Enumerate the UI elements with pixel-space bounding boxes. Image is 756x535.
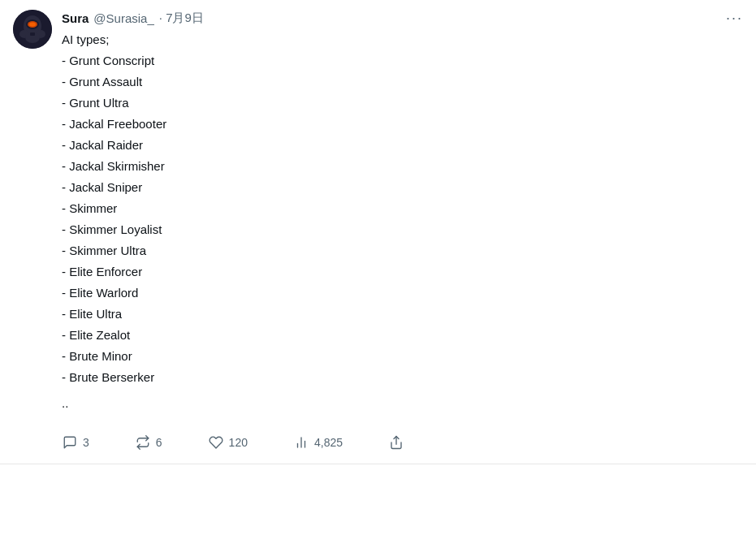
svg-point-4 (29, 23, 36, 27)
ai-item-13: - Elite Zealot (62, 326, 743, 345)
tweet-actions: 3 6 (62, 431, 743, 454)
reply-count: 3 (83, 436, 89, 449)
retweet-icon (135, 434, 151, 451)
ai-item-5: - Jackal Skirmisher (62, 157, 743, 176)
views-icon (293, 434, 309, 451)
like-count: 120 (229, 436, 248, 449)
retweet-count: 6 (156, 436, 162, 449)
ai-item-8: - Skimmer Loyalist (62, 220, 743, 239)
tweet-content: AI types; - Grunt Conscript - Grunt Assa… (62, 30, 743, 415)
ai-item-15: - Brute Berserker (62, 368, 743, 387)
ai-item-9: - Skimmer Ultra (62, 241, 743, 261)
ai-item-16: .. (62, 394, 743, 413)
ai-item-3: - Jackal Freebooter (62, 114, 743, 134)
tweet-intro: AI types; (62, 30, 743, 50)
tweet-header: Sura @Surasia_ · 7月9日 ··· (62, 10, 743, 27)
user-name[interactable]: Sura (62, 11, 89, 25)
retweet-button[interactable]: 6 (135, 431, 169, 454)
ai-item-1: - Grunt Assault (62, 72, 743, 92)
right-column: Sura @Surasia_ · 7月9日 ··· AI types; - Gr… (62, 10, 743, 454)
like-button[interactable]: 120 (208, 431, 254, 454)
user-handle[interactable]: @Surasia_ (93, 11, 153, 25)
ai-item-14: - Brute Minor (62, 347, 743, 366)
ai-item-11: - Elite Warlord (62, 283, 743, 303)
share-button[interactable] (388, 431, 411, 454)
ai-item-4: - Jackal Raider (62, 136, 743, 155)
views-button[interactable]: 4,825 (293, 431, 349, 454)
tweet-card: Sura @Surasia_ · 7月9日 ··· AI types; - Gr… (0, 0, 756, 464)
tweet-date: · 7月9日 (159, 11, 204, 26)
more-options-button[interactable]: ··· (726, 10, 743, 27)
tweet-header-left: Sura @Surasia_ · 7月9日 (62, 11, 204, 26)
avatar[interactable] (13, 10, 52, 49)
ai-item-2: - Grunt Ultra (62, 93, 743, 113)
ai-item-7: - Skimmer (62, 199, 743, 218)
ai-item-6: - Jackal Sniper (62, 178, 743, 197)
reply-button[interactable]: 3 (62, 431, 96, 454)
share-icon (388, 434, 404, 451)
reply-icon (62, 434, 78, 451)
ai-item-0: - Grunt Conscript (62, 51, 743, 71)
ai-item-12: - Elite Ultra (62, 304, 743, 324)
like-icon (208, 434, 224, 451)
svg-rect-8 (30, 32, 35, 36)
ai-item-10: - Elite Enforcer (62, 262, 743, 282)
views-count: 4,825 (314, 436, 343, 449)
left-column (13, 10, 52, 454)
